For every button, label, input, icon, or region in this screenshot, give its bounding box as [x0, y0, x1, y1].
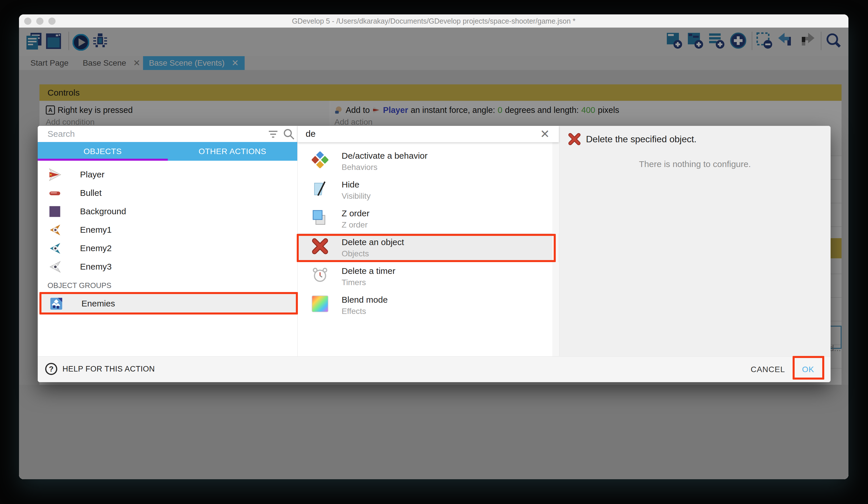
list-item-enemy3[interactable]: Enemy3 — [38, 258, 297, 276]
list-item-deactivate-behavior[interactable]: De/activate a behavior Behaviors — [298, 147, 559, 176]
object-search-row — [38, 126, 297, 142]
z-order-icon — [312, 209, 328, 226]
cancel-button[interactable]: CANCEL — [746, 362, 789, 377]
enemies-group-icon — [50, 297, 63, 310]
list-item-enemies-group[interactable]: Enemies — [39, 294, 296, 313]
tab-objects[interactable]: OBJECTS — [38, 142, 167, 161]
list-item-enemy2[interactable]: Enemy2 — [38, 239, 297, 258]
empty-configuration-message: There is nothing to configure. — [559, 159, 830, 169]
ok-button[interactable]: OK — [794, 362, 823, 377]
delete-object-icon — [568, 133, 581, 145]
list-item-bullet[interactable]: Bullet — [38, 184, 297, 202]
objects-list: Player Bullet Background — [38, 161, 297, 356]
dialog-tabbar: OBJECTS OTHER ACTIONS — [38, 142, 297, 161]
list-item-hide[interactable]: Hide Visibility — [298, 176, 559, 204]
timer-icon — [312, 267, 328, 283]
actions-list: De/activate a behavior Behaviors Hide Vi… — [298, 142, 559, 356]
list-item-z-order[interactable]: Z order Z order — [298, 204, 559, 233]
list-item-blend-mode[interactable]: Blend mode Effects — [298, 291, 559, 320]
actions-pane: ✕ De/activate a behavior Behaviors — [298, 126, 559, 356]
background-object-icon — [48, 205, 61, 218]
tab-other-actions[interactable]: OTHER ACTIONS — [167, 142, 297, 161]
object-search-input[interactable] — [48, 128, 249, 140]
enemy3-object-icon — [48, 260, 61, 273]
dialog-footer: ? HELP FOR THIS ACTION CANCEL OK — [38, 356, 830, 382]
list-item-enemy1[interactable]: Enemy1 — [38, 221, 297, 239]
list-item-background[interactable]: Background — [38, 202, 297, 221]
choose-action-dialog: OBJECTS OTHER ACTIONS Player — [38, 126, 830, 382]
bullet-object-icon — [48, 187, 61, 200]
search-icon[interactable] — [283, 128, 295, 140]
help-icon: ? — [45, 363, 57, 375]
window-title: GDevelop 5 - /Users/dkarakay/Documents/G… — [19, 14, 848, 28]
blend-mode-icon — [312, 295, 328, 312]
action-description: Delete the specified object. — [586, 134, 696, 144]
action-search-row: ✕ — [298, 126, 559, 142]
objects-pane: OBJECTS OTHER ACTIONS Player — [38, 126, 298, 356]
enemy2-object-icon — [48, 242, 61, 255]
list-item-delete-a-timer[interactable]: Delete a timer Timers — [298, 262, 559, 291]
player-object-icon — [48, 168, 61, 181]
help-button[interactable]: ? HELP FOR THIS ACTION — [45, 363, 155, 375]
configuration-pane: Delete the specified object. There is no… — [559, 126, 830, 356]
object-groups-label: OBJECT GROUPS — [48, 281, 111, 290]
behavior-icon — [312, 151, 328, 168]
action-description-header: Delete the specified object. — [568, 133, 696, 145]
action-search-input[interactable] — [306, 128, 524, 140]
delete-object-icon — [312, 238, 328, 255]
screenshot-root: GDevelop 5 - /Users/dkarakay/Documents/G… — [0, 0, 868, 504]
titlebar: GDevelop 5 - /Users/dkarakay/Documents/G… — [19, 14, 848, 28]
filter-icon[interactable] — [268, 129, 279, 140]
active-tab-indicator — [38, 159, 168, 161]
hide-icon — [312, 180, 328, 197]
clear-icon[interactable]: ✕ — [540, 128, 550, 140]
actions-scrollbar[interactable] — [552, 142, 559, 356]
enemy1-object-icon — [48, 223, 61, 236]
list-item-player[interactable]: Player — [38, 165, 297, 184]
list-item-delete-an-object[interactable]: Delete an object Objects — [298, 233, 559, 262]
